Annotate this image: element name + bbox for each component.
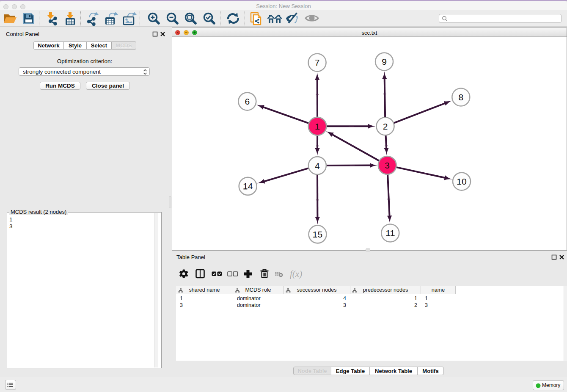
svg-text:2: 2 (383, 121, 388, 131)
svg-text:15: 15 (313, 229, 322, 239)
svg-text:11: 11 (385, 228, 395, 238)
svg-text:8: 8 (458, 92, 463, 102)
svg-text:6: 6 (245, 97, 250, 106)
svg-text:4: 4 (315, 161, 320, 171)
svg-text:9: 9 (382, 57, 387, 66)
svg-text:f(x): f(x) (290, 269, 302, 279)
svg-text:10: 10 (457, 177, 466, 186)
svg-text:7: 7 (315, 58, 320, 67)
svg-text:3: 3 (385, 160, 390, 170)
svg-text:1: 1 (315, 121, 320, 131)
svg-text:14: 14 (243, 181, 253, 191)
